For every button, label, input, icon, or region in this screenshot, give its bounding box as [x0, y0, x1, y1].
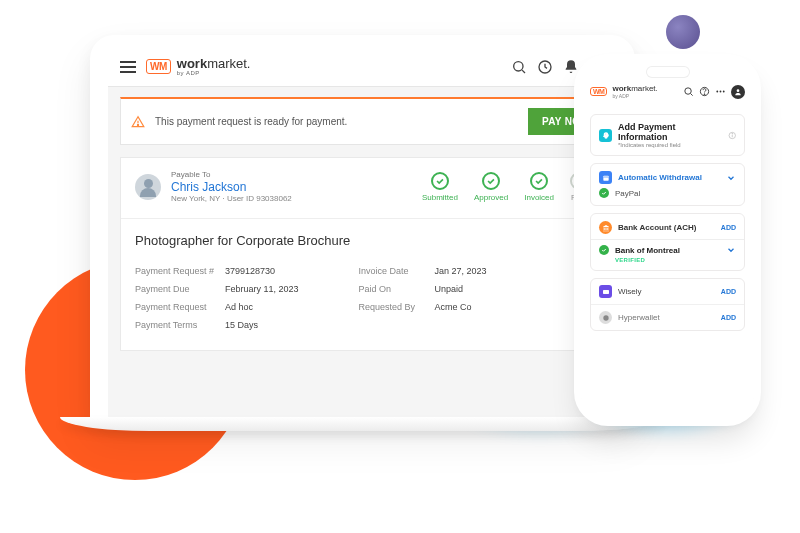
svg-point-20	[603, 315, 608, 320]
bank-item[interactable]: Bank of Montreal	[599, 245, 736, 255]
bank-icon	[599, 221, 612, 234]
logo-badge: WM	[590, 87, 607, 96]
check-icon	[599, 245, 609, 255]
panel-subtitle: *Indicates required field	[618, 142, 722, 148]
svg-point-11	[720, 91, 722, 93]
svg-rect-17	[603, 175, 608, 180]
wisely-icon	[599, 285, 612, 298]
verified-badge: VERIFIED	[615, 257, 736, 263]
panel-title: Add Payment Information	[618, 122, 722, 142]
svg-point-9	[704, 94, 705, 95]
more-icon[interactable]	[715, 86, 726, 97]
svg-point-5	[137, 124, 138, 125]
payment-card: Payable To Chris Jackson New York, NY · …	[120, 157, 605, 351]
svg-point-6	[685, 88, 691, 94]
bank-account-card: Bank Account (ACH) ADD Bank of Montreal …	[590, 213, 745, 271]
warning-icon	[131, 115, 145, 129]
phone-frame: WM workmarket.by ADP Add Payment Informa…	[580, 60, 755, 420]
assignment-title[interactable]: Photographer for Corporate Brochure	[121, 218, 604, 256]
banner-text: This payment request is ready for paymen…	[155, 116, 347, 127]
bank-section-title: Bank Account (ACH)	[618, 223, 696, 232]
brand-logo[interactable]: WM workmarket. by ADP	[146, 57, 250, 76]
svg-line-7	[691, 94, 693, 96]
step-invoiced: Invoiced	[524, 172, 554, 202]
auto-withdrawal-title: Automatic Withdrawal	[618, 173, 702, 182]
logo-text: workmarket. by ADP	[177, 57, 251, 76]
details-right: Invoice DateJan 27, 2023 Paid OnUnpaid R…	[359, 262, 487, 334]
add-button[interactable]: ADD	[721, 288, 736, 295]
method-wisely[interactable]: Wisely ADD	[591, 279, 744, 304]
method-label: Wisely	[618, 287, 642, 296]
check-icon	[599, 188, 609, 198]
bell-icon[interactable]	[563, 59, 579, 75]
chevron-down-icon	[726, 173, 736, 183]
decorative-purple-circle	[666, 15, 700, 49]
menu-icon[interactable]	[120, 61, 136, 73]
add-bank-button[interactable]: ADD	[721, 224, 736, 231]
other-methods-card: Wisely ADD Hyperwallet ADD	[590, 278, 745, 331]
activity-icon[interactable]	[537, 59, 553, 75]
payee-label: Payable To	[171, 170, 292, 180]
laptop-screen: WM workmarket. by ADP This payment reque…	[108, 47, 617, 420]
auto-withdrawal-method: PayPal	[615, 189, 640, 198]
payee-row: Payable To Chris Jackson New York, NY · …	[121, 158, 604, 208]
svg-point-0	[514, 61, 523, 70]
method-label: Hyperwallet	[618, 313, 660, 322]
bank-name: Bank of Montreal	[615, 246, 680, 255]
profile-icon[interactable]	[731, 85, 745, 99]
search-icon[interactable]	[683, 86, 694, 97]
svg-point-12	[723, 91, 725, 93]
details-left: Payment Request #3799128730 Payment DueF…	[135, 262, 299, 334]
avatar	[135, 174, 161, 200]
search-icon[interactable]	[511, 59, 527, 75]
hyperwallet-icon	[599, 311, 612, 324]
payment-ready-banner: This payment request is ready for paymen…	[120, 97, 605, 145]
step-submitted: Submitted	[422, 172, 458, 202]
details-grid: Payment Request #3799128730 Payment DueF…	[121, 256, 604, 350]
top-bar: WM workmarket. by ADP	[108, 47, 617, 87]
help-icon[interactable]	[699, 86, 710, 97]
svg-line-1	[522, 70, 525, 73]
status-stepper: Submitted Approved Invoiced Paid	[422, 172, 590, 202]
auto-withdrawal-card[interactable]: Automatic Withdrawal PayPal	[590, 163, 745, 206]
svg-rect-19	[603, 290, 609, 294]
laptop-base	[60, 417, 665, 431]
calendar-icon	[599, 171, 612, 184]
chevron-down-icon	[726, 245, 736, 255]
piggy-bank-icon	[599, 129, 612, 142]
logo-badge: WM	[146, 59, 171, 74]
info-icon[interactable]	[728, 131, 737, 140]
svg-point-10	[716, 91, 718, 93]
svg-point-16	[731, 133, 732, 134]
payee-name[interactable]: Chris Jackson	[171, 180, 292, 194]
laptop-frame: WM workmarket. by ADP This payment reque…	[90, 35, 635, 420]
add-payment-header: Add Payment Information *Indicates requi…	[590, 114, 745, 156]
logo-text: workmarket.by ADP	[612, 84, 657, 99]
method-hyperwallet[interactable]: Hyperwallet ADD	[591, 304, 744, 330]
step-approved: Approved	[474, 172, 508, 202]
payee-meta: New York, NY · User ID 93038062	[171, 194, 292, 204]
add-button[interactable]: ADD	[721, 314, 736, 321]
phone-top-bar: WM workmarket.by ADP	[590, 82, 745, 107]
svg-point-13	[737, 89, 740, 92]
